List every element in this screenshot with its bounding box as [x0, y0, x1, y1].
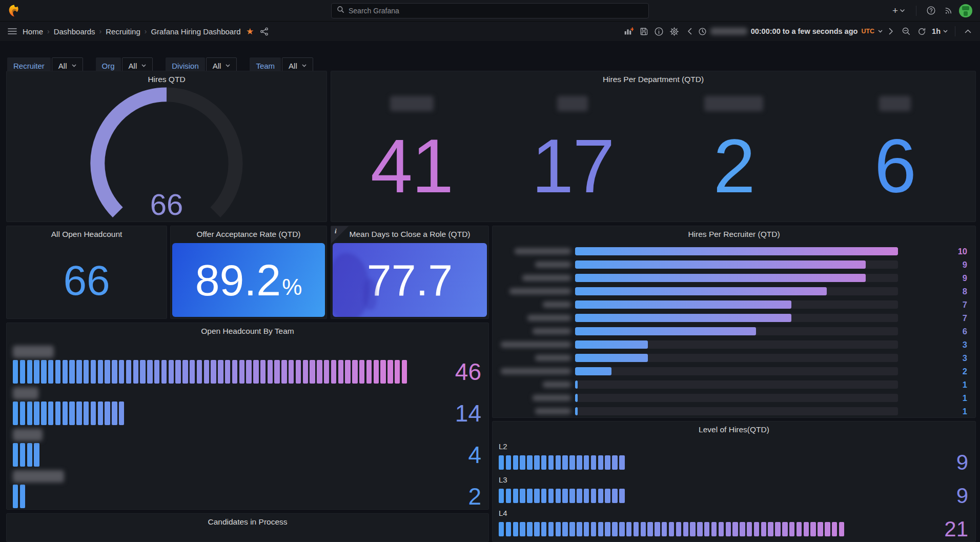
panel-title[interactable]: Hires Per Department (QTD) — [603, 75, 704, 84]
favorite-star-icon[interactable]: ★ — [243, 24, 257, 38]
led-cell — [359, 360, 364, 384]
led-cell — [605, 522, 610, 536]
time-shift-back-icon[interactable] — [683, 24, 697, 38]
led-cell — [768, 489, 773, 503]
led-cell — [380, 360, 385, 384]
panel-title[interactable]: Hires Per Recruiter (QTD) — [688, 230, 780, 239]
led-cell — [69, 402, 74, 425]
led-cell — [662, 522, 667, 536]
user-avatar[interactable] — [958, 4, 973, 18]
led-cell — [882, 522, 887, 536]
menu-hamburger-icon[interactable] — [5, 24, 19, 38]
bar-fill — [575, 367, 611, 375]
search-input[interactable] — [349, 7, 643, 15]
department-stat: 2 — [654, 88, 814, 221]
led-cell — [27, 443, 32, 467]
panel-title[interactable]: Level of Hires(QTD) — [699, 425, 769, 434]
led-cell — [175, 402, 180, 425]
led-cell — [105, 402, 110, 425]
redacted-label — [13, 429, 43, 441]
refresh-interval-picker[interactable]: 1h — [930, 24, 950, 38]
save-dashboard-icon[interactable] — [637, 24, 651, 38]
global-search[interactable] — [331, 3, 649, 18]
help-icon[interactable] — [924, 4, 938, 18]
refresh-icon[interactable] — [914, 24, 929, 38]
zoom-out-time-icon[interactable] — [899, 24, 913, 38]
led-cell — [395, 360, 400, 384]
led-cell — [860, 489, 865, 503]
bar-track — [575, 407, 898, 415]
news-rss-icon[interactable] — [941, 4, 955, 18]
led-cell — [591, 455, 596, 470]
panel-title[interactable]: Mean Days to Close a Role (QTD) — [349, 230, 470, 239]
led-cell — [260, 443, 266, 467]
led-cell — [274, 402, 279, 425]
led-bar — [13, 402, 407, 425]
led-cell — [740, 455, 745, 470]
led-cell — [232, 402, 237, 425]
department-stat: 41 — [331, 88, 492, 221]
led-cell — [112, 485, 117, 508]
breadcrumb-item-dashboards[interactable]: Dashboards — [54, 27, 95, 36]
led-cell — [232, 443, 237, 467]
team-row: 4 — [13, 429, 481, 467]
led-cell — [324, 443, 329, 467]
led-cell — [499, 489, 504, 503]
department-stats: 411726 — [331, 88, 975, 221]
panel-title[interactable]: Open Headcount By Team — [201, 327, 294, 336]
breadcrumb-item-recruiting[interactable]: Recruiting — [106, 27, 140, 36]
led-cell — [839, 455, 844, 470]
grafana-app: + Home›Dashboards›Recruiting›Grafana Hir… — [0, 0, 980, 542]
led-bar — [13, 443, 407, 467]
led-cell — [197, 402, 202, 425]
redacted-label — [535, 408, 571, 414]
time-range-picker[interactable]: 00:00:00 to a few seconds ago UTC — [698, 24, 883, 38]
led-cell — [338, 402, 343, 425]
panel-title[interactable]: Candidates in Process — [208, 517, 287, 527]
led-cell — [789, 489, 794, 503]
led-cell — [76, 485, 81, 508]
led-cell — [562, 455, 567, 470]
led-cell — [296, 402, 301, 425]
bar-track — [575, 367, 898, 375]
recruiter-name — [501, 342, 571, 348]
level-label: L4 — [499, 509, 968, 518]
led-cell — [874, 522, 880, 536]
panel-title[interactable]: Offer Acceptance Rate (QTD) — [196, 230, 300, 239]
share-icon[interactable] — [257, 24, 272, 38]
led-cell — [804, 489, 809, 503]
collapse-toolbar-chevron-up-icon[interactable] — [961, 24, 975, 38]
filter-selected-value: All — [129, 62, 137, 70]
time-shift-forward-icon[interactable] — [884, 24, 898, 38]
bar-value: 1 — [898, 380, 967, 390]
led-cell — [761, 522, 766, 536]
recruiter-row: 10 — [501, 245, 967, 258]
led-cell — [804, 455, 809, 470]
dashboard-insights-icon[interactable] — [652, 24, 666, 38]
recruiter-name — [501, 368, 571, 374]
led-cell — [310, 485, 315, 508]
led-cell — [711, 489, 717, 503]
panel-title[interactable]: All Open Headcount — [51, 230, 122, 239]
led-cell — [569, 489, 575, 503]
level-gauge-line: 9 — [499, 485, 968, 507]
led-cell — [747, 489, 752, 503]
led-cell — [204, 402, 209, 425]
new-menu-button[interactable]: + — [888, 4, 909, 18]
add-panel-icon[interactable] — [621, 24, 636, 38]
led-cell — [832, 522, 837, 536]
led-cell — [281, 443, 287, 467]
led-cell — [133, 402, 138, 425]
breadcrumb-item-grafana-hiring-dashboard[interactable]: Grafana Hiring Dashboard — [151, 27, 240, 36]
grafana-logo-icon[interactable] — [7, 4, 22, 18]
led-cell — [647, 522, 652, 536]
breadcrumb-item-home[interactable]: Home — [23, 27, 43, 36]
panel-all-open-headcount: All Open Headcount 66 — [6, 226, 167, 319]
breadcrumb-separator: › — [47, 27, 50, 35]
led-cell — [853, 455, 858, 470]
led-cell — [225, 402, 230, 425]
dashboard-settings-gear-icon[interactable] — [667, 24, 682, 38]
panel-title[interactable]: Hires QTD — [148, 75, 185, 84]
led-cell — [619, 455, 624, 470]
led-cell — [395, 402, 400, 425]
